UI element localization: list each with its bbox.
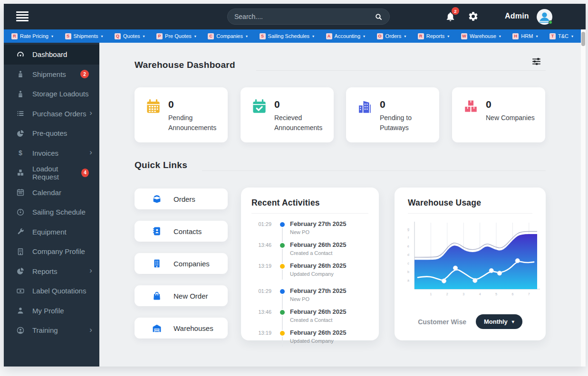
activity-body: February 26th 2025Updated Company [290, 329, 347, 344]
activity-text: Created a Contact [290, 317, 347, 323]
avatar[interactable] [537, 9, 552, 25]
stat-label: Pending Announcements [168, 113, 221, 133]
divider [251, 213, 368, 214]
svg-text:a: a [407, 279, 409, 282]
scrollbar-thumb[interactable] [581, 32, 585, 46]
sidebar-item-shipments[interactable]: Shipments2 [4, 65, 99, 85]
search-input[interactable] [234, 13, 375, 20]
settings-gear-icon[interactable] [468, 11, 479, 22]
nav-item-warehouse[interactable]: WWarehouse [461, 33, 501, 39]
sidebar-item-reports[interactable]: Reports [4, 262, 99, 282]
quick-links-title: Quick Links [135, 160, 187, 170]
new-companies-icon [463, 98, 479, 115]
storage-loadouts-icon [16, 90, 25, 98]
nav-item-initial-badge: W [461, 33, 467, 39]
activity-date: February 26th 2025 [290, 329, 347, 336]
sidebar-item-sailing-schedule[interactable]: Sailing Schedule [4, 202, 99, 222]
purchase-orders-icon [16, 109, 25, 118]
nav-item-hrm[interactable]: HHRM [512, 33, 538, 39]
quick-link-contacts[interactable]: Contacts [135, 221, 228, 242]
quick-link-companies[interactable]: Companies [135, 253, 228, 274]
nav-item-t-c[interactable]: TT&C [549, 33, 573, 39]
stat-value: 0 [168, 99, 221, 109]
search-icon[interactable] [375, 13, 383, 21]
sidebar-item-calendar[interactable]: Calendar [4, 183, 99, 203]
nav-item-pre-quotes[interactable]: PPre Quotes [156, 33, 196, 39]
nav-item-reports[interactable]: RReports [418, 33, 450, 39]
nav-item-label: Warehouse [470, 33, 496, 39]
scrollbar[interactable] [581, 29, 586, 367]
activity-time: 01:29 [251, 220, 271, 235]
divider [408, 213, 532, 214]
quick-link-label: New Order [174, 292, 208, 300]
nav-item-shipments[interactable]: SShipments [65, 33, 103, 39]
sidebar-item-invoices[interactable]: $Invoices [4, 143, 99, 163]
pending-to-putaways-icon [357, 98, 373, 115]
nav-item-initial-badge: T [549, 33, 556, 39]
usage-footer: Customer Wise Monthly [395, 314, 546, 329]
notification-bell-icon[interactable]: 2 [445, 11, 456, 22]
quick-link-warehouses[interactable]: Warehouses [135, 318, 228, 338]
sidebar: DashboardShipments2Storage LoadoutsPurch… [4, 43, 99, 367]
period-dropdown[interactable]: Monthly [476, 314, 522, 329]
menu-icon[interactable] [16, 11, 29, 23]
svg-text:6: 6 [511, 292, 513, 296]
stat-card-text: 0New Companies [486, 98, 535, 142]
my-profile-icon [16, 306, 25, 315]
quick-link-new-order[interactable]: New Order [135, 285, 228, 306]
sidebar-item-badge: 4 [81, 169, 89, 177]
sidebar-item-equipment[interactable]: Equipment [4, 222, 99, 242]
sidebar-item-label: Dashboard [32, 50, 67, 58]
activity-date: February 27th 2025 [290, 220, 347, 227]
shipments-icon [16, 70, 25, 78]
nav-item-label: HRM [521, 33, 533, 39]
stat-card-recieved-announcements: 0Recieved Announcements [241, 87, 334, 142]
activity-time: 13:19 [251, 262, 271, 277]
sidebar-item-my-profile[interactable]: My Profile [4, 301, 99, 321]
stat-card-pending-announcements: 0Pending Announcements [135, 87, 228, 142]
sidebar-item-company-profile[interactable]: Company Profile [4, 242, 99, 262]
nav-item-label: Rate Pricing [20, 33, 48, 39]
nav-item-quotes[interactable]: QQuotes [115, 33, 145, 39]
nav-item-orders[interactable]: OOrders [377, 33, 406, 39]
warehouse-usage-chart: abcdefg1234567 [398, 218, 542, 307]
sidebar-item-purchase-orders[interactable]: Purchase Orders [4, 104, 99, 124]
sidebar-item-pre-quotes[interactable]: Pre-quotes [4, 123, 99, 143]
period-dropdown-value: Monthly [484, 318, 508, 325]
quick-link-orders[interactable]: Orders [135, 188, 228, 209]
sidebar-item-training[interactable]: Training [4, 320, 99, 340]
activity-text: Created a Contact [290, 250, 347, 256]
sidebar-item-label: Training [32, 326, 58, 334]
activity-row: 01:29February 27th 2025New PO [251, 287, 368, 302]
activity-time: 13:46 [251, 308, 271, 323]
title-divider [256, 70, 546, 71]
svg-text:b: b [407, 270, 409, 273]
sidebar-item-label: Invoices [32, 149, 58, 157]
sidebar-item-loadout-request[interactable]: Loadout Request4 [4, 163, 99, 183]
warehouse-usage-title: Warehouse Usage [408, 198, 532, 208]
filter-sliders-icon[interactable] [530, 56, 542, 67]
recieved-announcements-icon [251, 98, 268, 115]
activity-date: February 26th 2025 [290, 262, 347, 269]
nav-item-accounting[interactable]: AAccounting [326, 33, 365, 39]
nav-item-sailing-schedules[interactable]: SSailing Schedules [260, 33, 314, 39]
search-bar[interactable] [227, 9, 390, 25]
stat-card-text: 0Pending to Putaways [380, 98, 433, 142]
sidebar-item-label: Label Quotations [32, 287, 86, 295]
sidebar-item-storage-loadouts[interactable]: Storage Loadouts [4, 84, 99, 104]
nav-item-initial-badge: O [377, 33, 383, 39]
sidebar-item-badge: 2 [80, 70, 89, 78]
contacts-icon [152, 226, 162, 236]
sidebar-item-label-quotations[interactable]: Label Quotations [4, 281, 99, 301]
activity-date: February 26th 2025 [290, 241, 347, 248]
customer-wise-label: Customer Wise [418, 318, 466, 326]
nav-item-companies[interactable]: CCompanies [208, 33, 248, 39]
stat-card-text: 0Recieved Announcements [274, 98, 327, 142]
sidebar-item-dashboard[interactable]: Dashboard [4, 45, 99, 65]
stat-value: 0 [274, 99, 327, 109]
nav-item-rate-pricing[interactable]: RRate Pricing [11, 33, 53, 39]
nav-item-initial-badge: S [260, 33, 266, 39]
nav-item-initial-badge: R [418, 33, 424, 39]
stat-label: Pending to Putaways [380, 113, 433, 133]
nav-item-label: Accounting [335, 33, 360, 39]
